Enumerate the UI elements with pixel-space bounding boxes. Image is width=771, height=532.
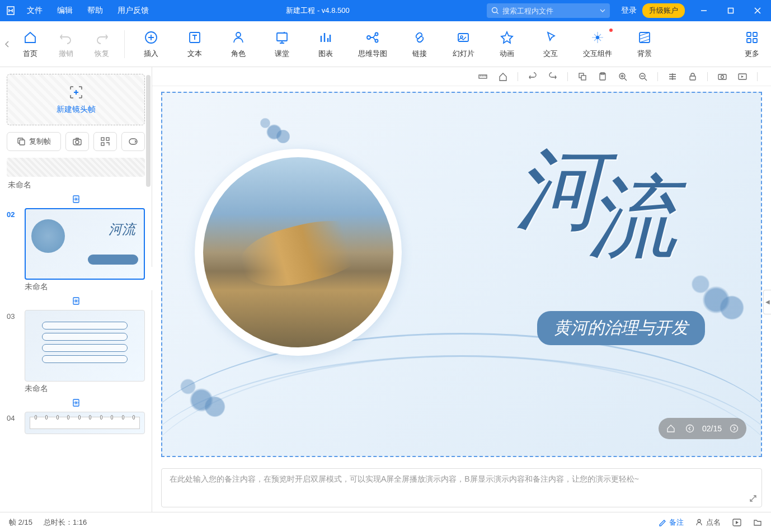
close-button[interactable] [744, 0, 771, 21]
more-button[interactable]: 更多 [735, 25, 769, 63]
more-label: 更多 [745, 49, 759, 59]
chart-button[interactable]: 图表 [304, 25, 347, 63]
grid-icon [744, 30, 760, 45]
class-button[interactable]: 课堂 [260, 25, 304, 63]
paste-small-icon[interactable] [597, 71, 608, 82]
svg-point-1 [492, 8, 497, 13]
copy-frame-button[interactable]: 复制帧 [7, 132, 61, 151]
window-controls [690, 0, 771, 21]
align-icon[interactable] [667, 71, 678, 82]
svg-point-38 [721, 76, 724, 78]
hourglass-icon [7, 296, 145, 305]
slide-button[interactable]: 幻灯片 [441, 25, 485, 63]
qr-button[interactable] [93, 132, 117, 151]
preview-icon[interactable] [737, 71, 748, 82]
svg-rect-6 [277, 33, 287, 41]
play-button[interactable] [732, 517, 742, 528]
frame-counter: 帧 2/15 [9, 517, 32, 528]
home-button[interactable]: 首页 [12, 25, 48, 63]
play-icon [732, 517, 742, 528]
separator [657, 72, 658, 81]
loop-button[interactable] [121, 132, 145, 151]
search-box[interactable] [487, 3, 610, 18]
duration-label: 总时长：1:16 [44, 517, 87, 528]
nav-next-icon[interactable] [727, 422, 741, 435]
export-button[interactable] [753, 518, 762, 527]
mindmap-label: 思维导图 [358, 49, 387, 59]
maximize-button[interactable] [717, 0, 744, 21]
camera-button[interactable] [65, 132, 89, 151]
svg-point-21 [76, 140, 79, 144]
background-button[interactable]: 背景 [623, 25, 666, 63]
collapse-left-icon[interactable] [2, 27, 12, 61]
window-title: 新建工程 - v4.8.500 [154, 6, 481, 16]
component-button[interactable]: 交互组件 [572, 25, 623, 63]
sidebar-actions: 复制帧 [7, 132, 145, 151]
animation-button[interactable]: 动画 [485, 25, 529, 63]
notes-toggle[interactable]: 备注 [658, 517, 684, 528]
login-link[interactable]: 登录 [621, 6, 637, 16]
svg-point-42 [698, 520, 701, 522]
hourglass-icon [7, 398, 145, 407]
slides-sidebar: 新建镜头帧 复制帧 未命名 02 [0, 67, 152, 512]
menu-help[interactable]: 帮助 [82, 3, 109, 18]
slide-canvas[interactable]: 河流 黄河的治理与开发 02/15 [161, 92, 762, 457]
zoom-out-icon[interactable] [637, 71, 648, 82]
chart-icon [318, 30, 333, 45]
menu-edit[interactable]: 编辑 [51, 3, 78, 18]
slide-thumb-04[interactable]: 04 [7, 412, 145, 434]
user-icon [695, 518, 703, 526]
svg-point-40 [686, 425, 693, 432]
svg-rect-17 [753, 39, 757, 43]
nav-prev-icon[interactable] [683, 422, 697, 435]
menu-feedback[interactable]: 用户反馈 [112, 3, 154, 18]
new-frame-button[interactable]: 新建镜头帧 [7, 74, 145, 125]
star-icon [499, 30, 515, 45]
right-panel-handle[interactable]: ◀ [763, 290, 771, 314]
chevron-down-icon[interactable] [600, 9, 605, 12]
search-input[interactable] [502, 7, 598, 15]
scene-divider [7, 158, 145, 177]
undo-small-icon[interactable] [527, 71, 538, 82]
menu-bar: 文件 编辑 帮助 用户反馈 [21, 3, 154, 18]
svg-rect-22 [101, 138, 104, 140]
slide-subtitle: 黄河的治理与开发 [554, 317, 688, 340]
notes-label: 备注 [669, 517, 684, 528]
link-button[interactable]: 链接 [398, 25, 441, 63]
slide-thumb-02[interactable]: 02 河流 [7, 208, 145, 280]
mindmap-icon [365, 30, 380, 45]
ruler-icon[interactable] [477, 71, 488, 82]
upgrade-button[interactable]: 升级账户 [642, 3, 685, 18]
redo-button[interactable]: 恢复 [84, 25, 120, 63]
slide-subtitle-badge: 黄河的治理与开发 [537, 311, 705, 345]
redo-icon [94, 30, 110, 45]
menu-file[interactable]: 文件 [21, 3, 48, 18]
nav-home-icon[interactable] [664, 422, 678, 435]
expand-icon[interactable] [749, 495, 757, 502]
undo-icon [58, 30, 74, 45]
separator [567, 72, 568, 81]
camera-small-icon[interactable] [717, 71, 728, 82]
mindmap-button[interactable]: 思维导图 [347, 25, 398, 63]
copy-small-icon[interactable] [577, 71, 588, 82]
crosshair-plus-icon [68, 84, 84, 100]
zoom-in-icon[interactable] [617, 71, 628, 82]
role-button[interactable]: 角色 [217, 25, 260, 63]
text-button[interactable]: 文本 [173, 25, 217, 63]
notes-panel[interactable]: 在此处输入您的备注内容，在预览时开启双屏模式，可以实现A屏全屏播放演示内容，B屏… [161, 468, 762, 507]
canvas-viewport[interactable]: 河流 黄河的治理与开发 02/15 [152, 86, 771, 468]
undo-button[interactable]: 撤销 [48, 25, 84, 63]
anim-label: 动画 [500, 49, 514, 59]
rollcall-button[interactable]: 点名 [695, 517, 721, 528]
canvas-toolbar [152, 67, 771, 86]
svg-point-41 [731, 425, 738, 432]
minimize-button[interactable] [690, 0, 717, 21]
home-small-icon[interactable] [497, 71, 509, 82]
insert-button[interactable]: 插入 [129, 25, 173, 63]
interact-button[interactable]: 交互 [529, 25, 572, 63]
lock-icon[interactable] [687, 71, 698, 82]
slide-number: 03 [7, 310, 20, 382]
redo-small-icon[interactable] [547, 71, 558, 82]
scrollbar-thumb[interactable] [146, 75, 151, 187]
slide-thumb-03[interactable]: 03 [7, 310, 145, 382]
